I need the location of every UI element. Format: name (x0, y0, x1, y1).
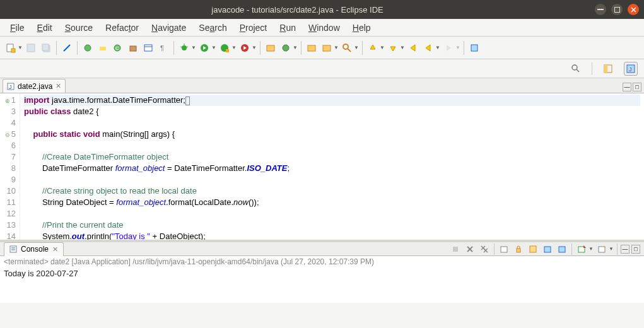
menu-refactor[interactable]: Refactor (99, 21, 145, 35)
save-all-button[interactable] (39, 41, 53, 55)
dropdown-icon[interactable]: ▼ (455, 45, 460, 50)
coverage-button[interactable] (218, 41, 231, 55)
code-area[interactable]: import java.time.format.DateTimeFormatte… (20, 93, 644, 240)
separator (301, 41, 302, 55)
svg-rect-14 (130, 46, 136, 51)
dropdown-icon[interactable]: ▼ (435, 45, 440, 50)
console-output-line: Today is 2020-07-27 (4, 269, 640, 278)
editor-tab-label: date2.java (18, 82, 52, 91)
menu-navigate[interactable]: Navigate (145, 21, 192, 35)
svg-point-29 (283, 45, 289, 51)
search-button[interactable] (340, 41, 354, 55)
word-wrap-button[interactable] (527, 243, 539, 255)
minimize-view-icon[interactable]: — (621, 245, 629, 254)
separator (464, 41, 464, 55)
svg-line-9 (64, 45, 70, 51)
pin-editor-button[interactable] (467, 41, 481, 55)
open-task-button[interactable] (320, 41, 334, 55)
close-tab-icon[interactable]: ✕ (52, 245, 58, 254)
run-button[interactable] (197, 41, 211, 55)
separator (77, 41, 78, 55)
dropdown-icon[interactable]: ▼ (252, 45, 257, 50)
new-class-button[interactable]: C (111, 41, 125, 55)
editor-tab-date2[interactable]: J date2.java ✕ (3, 79, 66, 93)
dropdown-icon[interactable]: ▼ (380, 45, 385, 50)
menu-bar: File Edit Source Refactor Navigate Searc… (0, 19, 644, 37)
show-whitespace-button[interactable]: ¶ (156, 41, 170, 55)
dropdown-icon[interactable]: ▼ (334, 45, 339, 50)
separator (362, 41, 363, 55)
svg-marker-35 (390, 47, 395, 51)
java-perspective-button[interactable]: J (624, 62, 638, 76)
dropdown-icon[interactable]: ▼ (400, 45, 405, 50)
highlight-button[interactable] (96, 41, 110, 55)
main-toolbar: ▼ C ¶ ▼ ▼ ▼ ▼ ▼ ▼ ▼ ▼ ▼ ▼ ▼ (0, 37, 644, 59)
console-tab-bar: Console ✕ ▼ + ▼ — □ (0, 240, 644, 256)
svg-text:+: + (603, 245, 606, 250)
link-editor-button[interactable] (60, 41, 74, 55)
pin-console-button[interactable] (541, 243, 554, 255)
code-editor[interactable]: ⊕1 3 4 ⊖5 6 7 8 9 10 11 12 13 14 15 impo… (0, 93, 644, 240)
window-maximize-button[interactable] (611, 4, 623, 15)
svg-point-40 (572, 65, 577, 70)
maximize-view-icon[interactable]: □ (631, 245, 640, 254)
new-package-button[interactable] (126, 41, 140, 55)
svg-rect-28 (267, 45, 274, 51)
quick-access-search-icon[interactable] (569, 62, 583, 76)
dropdown-icon[interactable]: ▼ (18, 45, 23, 50)
dropdown-icon[interactable]: ▼ (354, 45, 359, 50)
window-close-button[interactable] (628, 4, 639, 15)
terminate-button[interactable] (449, 243, 462, 255)
close-tab-icon[interactable]: ✕ (56, 82, 61, 90)
svg-rect-5 (11, 49, 15, 52)
remove-all-button[interactable] (478, 243, 491, 255)
menu-window[interactable]: Window (302, 21, 346, 35)
show-console-button[interactable] (556, 243, 568, 255)
menu-file[interactable]: File (4, 21, 31, 35)
menu-run[interactable]: Run (273, 21, 302, 35)
back-button[interactable] (406, 41, 420, 55)
window-minimize-button[interactable] (595, 4, 606, 15)
menu-project[interactable]: Project (233, 21, 274, 35)
skip-breakpoints-button[interactable] (81, 41, 95, 55)
scroll-lock-button[interactable] (512, 243, 525, 255)
dropdown-icon[interactable]: ▼ (211, 45, 216, 50)
separator (56, 41, 57, 55)
debug-button[interactable] (177, 41, 191, 55)
dropdown-icon[interactable]: ▼ (231, 45, 237, 50)
dropdown-icon[interactable]: ▼ (609, 246, 614, 252)
display-selected-button[interactable] (575, 243, 588, 255)
last-edit-button[interactable] (421, 41, 435, 55)
menu-help[interactable]: Help (346, 21, 377, 35)
editor-presentation-button[interactable] (141, 41, 155, 55)
minimize-view-icon[interactable]: — (623, 83, 631, 91)
save-button[interactable] (24, 41, 38, 55)
open-type-button[interactable] (305, 41, 319, 55)
dropdown-icon[interactable]: ▼ (588, 246, 594, 252)
forward-button[interactable] (442, 41, 455, 55)
console-tab[interactable]: Console ✕ (4, 242, 64, 256)
menu-source[interactable]: Source (59, 21, 99, 35)
new-button[interactable] (4, 41, 18, 55)
svg-rect-58 (501, 247, 507, 252)
menu-search[interactable]: Search (192, 21, 233, 35)
prev-annotation-button[interactable] (386, 41, 400, 55)
run-last-button[interactable] (238, 41, 252, 55)
clear-console-button[interactable] (498, 243, 510, 255)
maximize-view-icon[interactable]: □ (633, 83, 641, 91)
menu-edit[interactable]: Edit (31, 21, 59, 35)
remove-launch-button[interactable] (464, 243, 476, 255)
new-project-button[interactable] (279, 41, 293, 55)
svg-rect-1 (614, 7, 619, 12)
new-java-project-button[interactable] (264, 41, 278, 55)
console-output[interactable]: Today is 2020-07-27 (0, 269, 644, 303)
dropdown-icon[interactable]: ▼ (191, 45, 196, 50)
next-annotation-button[interactable] (366, 41, 380, 55)
svg-rect-48 (10, 246, 16, 252)
separator (592, 62, 592, 75)
open-console-button[interactable]: + (595, 243, 608, 255)
dropdown-icon[interactable]: ▼ (293, 45, 298, 50)
svg-rect-8 (42, 44, 49, 50)
open-perspective-button[interactable] (601, 62, 615, 76)
svg-rect-6 (27, 44, 35, 52)
